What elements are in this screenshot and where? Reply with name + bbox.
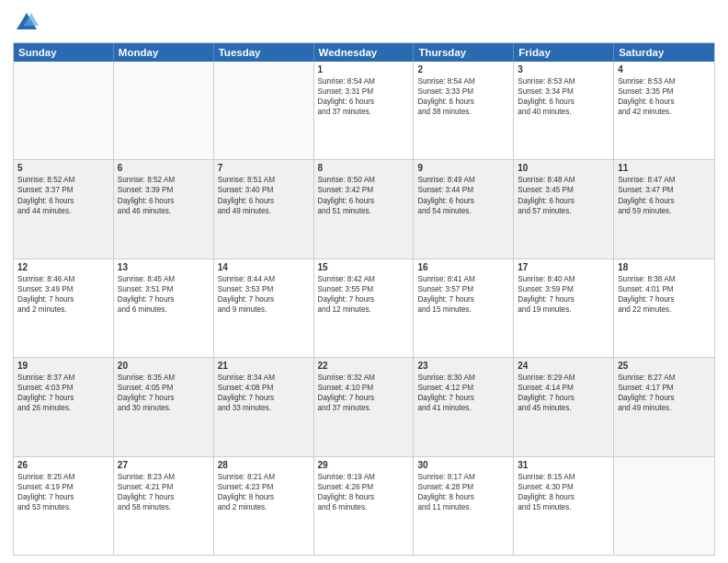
calendar-cell: 14Sunrise: 8:44 AM Sunset: 3:53 PM Dayli…	[214, 259, 314, 357]
cell-daylight-info: Sunrise: 8:50 AM Sunset: 3:42 PM Dayligh…	[318, 175, 410, 215]
calendar-cell	[614, 457, 714, 555]
cell-daylight-info: Sunrise: 8:17 AM Sunset: 4:28 PM Dayligh…	[417, 472, 509, 512]
calendar-cell: 9Sunrise: 8:49 AM Sunset: 3:44 PM Daylig…	[414, 160, 514, 258]
calendar-week-2: 5Sunrise: 8:52 AM Sunset: 3:37 PM Daylig…	[14, 160, 714, 259]
calendar-cell: 26Sunrise: 8:25 AM Sunset: 4:19 PM Dayli…	[14, 457, 114, 555]
logo-icon	[13, 9, 40, 37]
day-number: 16	[417, 262, 509, 272]
calendar-header-row: SundayMondayTuesdayWednesdayThursdayFrid…	[14, 43, 714, 62]
day-number: 6	[118, 163, 210, 173]
day-number: 18	[618, 262, 711, 272]
calendar-week-3: 12Sunrise: 8:46 AM Sunset: 3:49 PM Dayli…	[14, 259, 714, 358]
calendar-cell: 12Sunrise: 8:46 AM Sunset: 3:49 PM Dayli…	[14, 259, 114, 357]
calendar-cell: 8Sunrise: 8:50 AM Sunset: 3:42 PM Daylig…	[314, 160, 415, 258]
cell-daylight-info: Sunrise: 8:15 AM Sunset: 4:30 PM Dayligh…	[518, 472, 609, 512]
calendar-cell	[114, 62, 214, 159]
calendar-week-4: 19Sunrise: 8:37 AM Sunset: 4:03 PM Dayli…	[14, 358, 714, 456]
header-cell-tuesday: Tuesday	[214, 43, 314, 62]
calendar-cell: 18Sunrise: 8:38 AM Sunset: 4:01 PM Dayli…	[614, 259, 714, 357]
cell-daylight-info: Sunrise: 8:45 AM Sunset: 3:51 PM Dayligh…	[118, 274, 210, 315]
calendar-cell: 1Sunrise: 8:54 AM Sunset: 3:31 PM Daylig…	[314, 62, 415, 159]
day-number: 27	[118, 460, 210, 470]
calendar-cell	[14, 62, 114, 159]
day-number: 8	[318, 163, 410, 173]
day-number: 29	[318, 460, 410, 470]
cell-daylight-info: Sunrise: 8:40 AM Sunset: 3:59 PM Dayligh…	[518, 274, 609, 315]
calendar-cell: 24Sunrise: 8:29 AM Sunset: 4:14 PM Dayli…	[514, 358, 614, 455]
calendar-week-5: 26Sunrise: 8:25 AM Sunset: 4:19 PM Dayli…	[14, 457, 714, 555]
day-number: 15	[318, 262, 410, 272]
calendar-cell: 2Sunrise: 8:54 AM Sunset: 3:33 PM Daylig…	[414, 62, 514, 159]
header-cell-thursday: Thursday	[414, 43, 514, 62]
cell-daylight-info: Sunrise: 8:46 AM Sunset: 3:49 PM Dayligh…	[17, 274, 109, 315]
calendar-cell: 21Sunrise: 8:34 AM Sunset: 4:08 PM Dayli…	[214, 358, 314, 455]
calendar-cell: 15Sunrise: 8:42 AM Sunset: 3:55 PM Dayli…	[314, 259, 415, 357]
calendar-cell: 22Sunrise: 8:32 AM Sunset: 4:10 PM Dayli…	[314, 358, 415, 455]
cell-daylight-info: Sunrise: 8:53 AM Sunset: 3:34 PM Dayligh…	[518, 76, 609, 117]
cell-daylight-info: Sunrise: 8:52 AM Sunset: 3:37 PM Dayligh…	[17, 175, 109, 215]
day-number: 4	[618, 64, 711, 75]
calendar-body: 1Sunrise: 8:54 AM Sunset: 3:31 PM Daylig…	[14, 62, 714, 555]
calendar-week-1: 1Sunrise: 8:54 AM Sunset: 3:31 PM Daylig…	[14, 62, 714, 160]
day-number: 25	[618, 361, 711, 371]
header-cell-wednesday: Wednesday	[314, 43, 415, 62]
day-number: 9	[417, 163, 509, 173]
day-number: 28	[218, 460, 310, 470]
calendar-cell: 6Sunrise: 8:52 AM Sunset: 3:39 PM Daylig…	[114, 160, 214, 258]
day-number: 26	[17, 460, 109, 470]
cell-daylight-info: Sunrise: 8:25 AM Sunset: 4:19 PM Dayligh…	[17, 472, 109, 512]
calendar-cell: 31Sunrise: 8:15 AM Sunset: 4:30 PM Dayli…	[514, 457, 614, 555]
cell-daylight-info: Sunrise: 8:27 AM Sunset: 4:17 PM Dayligh…	[618, 373, 711, 413]
day-number: 17	[518, 262, 609, 272]
day-number: 5	[17, 163, 109, 173]
calendar-cell: 10Sunrise: 8:48 AM Sunset: 3:45 PM Dayli…	[514, 160, 614, 258]
day-number: 11	[618, 163, 711, 173]
calendar-cell: 27Sunrise: 8:23 AM Sunset: 4:21 PM Dayli…	[114, 457, 214, 555]
header	[13, 9, 715, 37]
cell-daylight-info: Sunrise: 8:21 AM Sunset: 4:23 PM Dayligh…	[218, 472, 310, 512]
calendar-cell: 17Sunrise: 8:40 AM Sunset: 3:59 PM Dayli…	[514, 259, 614, 357]
header-cell-sunday: Sunday	[14, 43, 114, 62]
calendar-cell: 11Sunrise: 8:47 AM Sunset: 3:47 PM Dayli…	[614, 160, 714, 258]
cell-daylight-info: Sunrise: 8:51 AM Sunset: 3:40 PM Dayligh…	[218, 175, 310, 215]
day-number: 31	[518, 460, 609, 470]
day-number: 20	[118, 361, 210, 371]
day-number: 21	[218, 361, 310, 371]
calendar-cell: 20Sunrise: 8:35 AM Sunset: 4:05 PM Dayli…	[114, 358, 214, 455]
cell-daylight-info: Sunrise: 8:54 AM Sunset: 3:31 PM Dayligh…	[318, 76, 410, 117]
calendar: SundayMondayTuesdayWednesdayThursdayFrid…	[13, 42, 715, 556]
calendar-cell: 23Sunrise: 8:30 AM Sunset: 4:12 PM Dayli…	[414, 358, 514, 455]
calendar-cell: 19Sunrise: 8:37 AM Sunset: 4:03 PM Dayli…	[14, 358, 114, 455]
header-cell-friday: Friday	[514, 43, 614, 62]
day-number: 1	[318, 64, 410, 75]
header-cell-monday: Monday	[114, 43, 214, 62]
cell-daylight-info: Sunrise: 8:23 AM Sunset: 4:21 PM Dayligh…	[118, 472, 210, 512]
calendar-cell: 4Sunrise: 8:53 AM Sunset: 3:35 PM Daylig…	[614, 62, 714, 159]
calendar-cell: 25Sunrise: 8:27 AM Sunset: 4:17 PM Dayli…	[614, 358, 714, 455]
day-number: 23	[417, 361, 509, 371]
cell-daylight-info: Sunrise: 8:38 AM Sunset: 4:01 PM Dayligh…	[618, 274, 711, 315]
cell-daylight-info: Sunrise: 8:53 AM Sunset: 3:35 PM Dayligh…	[618, 76, 711, 117]
calendar-cell	[214, 62, 314, 159]
day-number: 3	[518, 64, 609, 75]
cell-daylight-info: Sunrise: 8:47 AM Sunset: 3:47 PM Dayligh…	[618, 175, 711, 215]
cell-daylight-info: Sunrise: 8:42 AM Sunset: 3:55 PM Dayligh…	[318, 274, 410, 315]
cell-daylight-info: Sunrise: 8:52 AM Sunset: 3:39 PM Dayligh…	[118, 175, 210, 215]
calendar-cell: 7Sunrise: 8:51 AM Sunset: 3:40 PM Daylig…	[214, 160, 314, 258]
cell-daylight-info: Sunrise: 8:29 AM Sunset: 4:14 PM Dayligh…	[518, 373, 609, 413]
day-number: 24	[518, 361, 609, 371]
calendar-cell: 29Sunrise: 8:19 AM Sunset: 4:26 PM Dayli…	[314, 457, 415, 555]
calendar-cell: 16Sunrise: 8:41 AM Sunset: 3:57 PM Dayli…	[414, 259, 514, 357]
calendar-cell: 28Sunrise: 8:21 AM Sunset: 4:23 PM Dayli…	[214, 457, 314, 555]
day-number: 10	[518, 163, 609, 173]
page: SundayMondayTuesdayWednesdayThursdayFrid…	[0, 0, 728, 563]
calendar-cell: 3Sunrise: 8:53 AM Sunset: 3:34 PM Daylig…	[514, 62, 614, 159]
day-number: 2	[417, 64, 509, 75]
calendar-cell: 30Sunrise: 8:17 AM Sunset: 4:28 PM Dayli…	[414, 457, 514, 555]
logo	[13, 9, 44, 37]
day-number: 14	[218, 262, 310, 272]
cell-daylight-info: Sunrise: 8:48 AM Sunset: 3:45 PM Dayligh…	[518, 175, 609, 215]
cell-daylight-info: Sunrise: 8:30 AM Sunset: 4:12 PM Dayligh…	[417, 373, 509, 413]
day-number: 30	[417, 460, 509, 470]
cell-daylight-info: Sunrise: 8:37 AM Sunset: 4:03 PM Dayligh…	[17, 373, 109, 413]
